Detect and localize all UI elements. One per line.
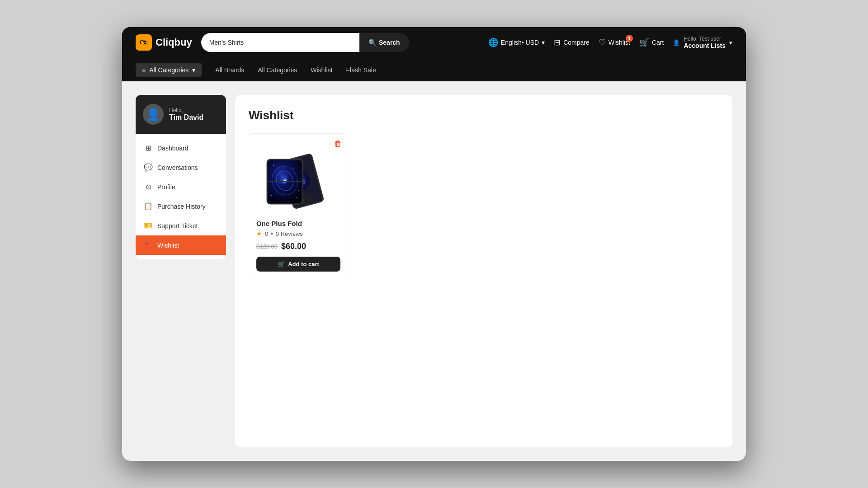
purchase-history-icon: 📋 [144, 202, 153, 211]
chevron-down-nav-icon: ▾ [192, 66, 195, 74]
browser-frame: 🛍 Cliqbuy 🔍 Search 🌐 English• USD ▾ ⊟ Co… [122, 27, 746, 461]
compare-icon: ⊟ [554, 38, 561, 47]
product-image-area [256, 141, 340, 213]
sidebar-user-area: 👤 Hello, Tim David [136, 95, 226, 134]
nav-wishlist[interactable]: Wishlist [311, 66, 332, 74]
wishlist-menu-icon: 🔖 [144, 241, 153, 249]
wishlist-product-card: 🗑 [249, 133, 348, 279]
sidebar-item-profile[interactable]: ⊙ Profile [136, 177, 226, 197]
sidebar-user-info: Hello, Tim David [169, 107, 203, 122]
rating-value: 0 [265, 230, 268, 237]
product-name: One Plus Fold [256, 220, 340, 227]
user-greeting-text: Hello, Test user [684, 36, 721, 42]
svg-point-23 [293, 168, 294, 169]
nav-all-categories[interactable]: All Categories [258, 66, 297, 74]
cart-icon: 🛒 [639, 38, 649, 47]
conversations-icon: 💬 [144, 163, 153, 172]
compare-button[interactable]: ⊟ Compare [554, 38, 590, 47]
product-image [262, 145, 335, 209]
wishlist-button[interactable]: ♡ 1 Wishlist [599, 38, 630, 47]
sidebar-item-support-ticket[interactable]: 🎫 Support Ticket [136, 216, 226, 235]
logo-text: Cliqbuy [156, 37, 192, 48]
nav-flash-sale[interactable]: Flash Sale [346, 66, 376, 74]
sidebar-username: Tim David [169, 113, 203, 122]
menu-lines-icon: ≡ [142, 66, 146, 74]
svg-point-22 [273, 165, 274, 166]
wishlist-page-title: Wishlist [249, 108, 719, 122]
dashboard-icon: ⊞ [144, 144, 153, 152]
wishlist-badge: 1 [626, 35, 633, 42]
review-count: 0 Reviews [276, 230, 303, 237]
sidebar: 👤 Hello, Tim David ⊞ Dashboard 💬 Convers… [136, 95, 226, 259]
main-content: 👤 Hello, Tim David ⊞ Dashboard 💬 Convers… [122, 81, 746, 461]
old-price: $120.00 [256, 243, 278, 250]
logo-area[interactable]: 🛍 Cliqbuy [136, 34, 192, 51]
svg-point-25 [271, 195, 272, 196]
user-account-area[interactable]: 👤 Hello, Test user Account Lists ▾ [673, 36, 732, 49]
search-bar: 🔍 Search [201, 33, 409, 52]
rating-separator: • [271, 230, 273, 237]
star-icon: ★ [256, 230, 262, 237]
main-panel: Wishlist 🗑 [235, 95, 732, 447]
logo-icon: 🛍 [136, 34, 152, 51]
avatar-icon: 👤 [146, 108, 160, 122]
svg-point-24 [298, 190, 299, 191]
product-rating: ★ 0 • 0 Reviews [256, 230, 340, 237]
account-lists-label: Account Lists [684, 42, 726, 49]
nav-bar: ≡ All Categories ▾ All Brands All Catego… [122, 58, 746, 81]
add-to-cart-button[interactable]: 🛒 Add to cart [256, 257, 340, 272]
globe-icon: 🌐 [488, 38, 498, 47]
user-icon: 👤 [673, 39, 680, 46]
all-categories-dropdown[interactable]: ≡ All Categories ▾ [136, 63, 202, 77]
chevron-down-icon-user: ▾ [729, 39, 732, 46]
search-icon: 🔍 [368, 39, 376, 46]
user-greeting: Hello, Test user Account Lists [684, 36, 726, 49]
new-price: $60.00 [281, 242, 306, 251]
avatar: 👤 [143, 104, 164, 125]
search-button[interactable]: 🔍 Search [359, 33, 409, 52]
heart-icon: ♡ [599, 38, 606, 47]
cart-btn-icon: 🛒 [278, 261, 285, 267]
nav-all-brands[interactable]: All Brands [215, 66, 244, 74]
chevron-down-icon: ▾ [542, 39, 545, 46]
cart-button[interactable]: 🛒 Cart [639, 38, 664, 47]
delete-from-wishlist-button[interactable]: 🗑 [334, 139, 342, 149]
svg-point-26 [296, 197, 297, 198]
sidebar-item-conversations[interactable]: 💬 Conversations [136, 158, 226, 177]
support-ticket-icon: 🎫 [144, 221, 153, 230]
sidebar-hello: Hello, [169, 107, 203, 113]
sidebar-item-purchase-history[interactable]: 📋 Purchase History [136, 197, 226, 216]
product-price: $120.00 $60.00 [256, 242, 340, 251]
search-input[interactable] [201, 33, 359, 52]
header-actions: 🌐 English• USD ▾ ⊟ Compare ♡ 1 Wishlist … [488, 36, 732, 49]
language-selector[interactable]: 🌐 English• USD ▾ [488, 38, 545, 47]
sidebar-item-wishlist[interactable]: 🔖 Wishlist [136, 235, 226, 255]
header: 🛍 Cliqbuy 🔍 Search 🌐 English• USD ▾ ⊟ Co… [122, 27, 746, 58]
sidebar-menu: ⊞ Dashboard 💬 Conversations ⊙ Profile 📋 … [136, 134, 226, 259]
sidebar-item-dashboard[interactable]: ⊞ Dashboard [136, 138, 226, 158]
profile-icon: ⊙ [144, 183, 153, 191]
